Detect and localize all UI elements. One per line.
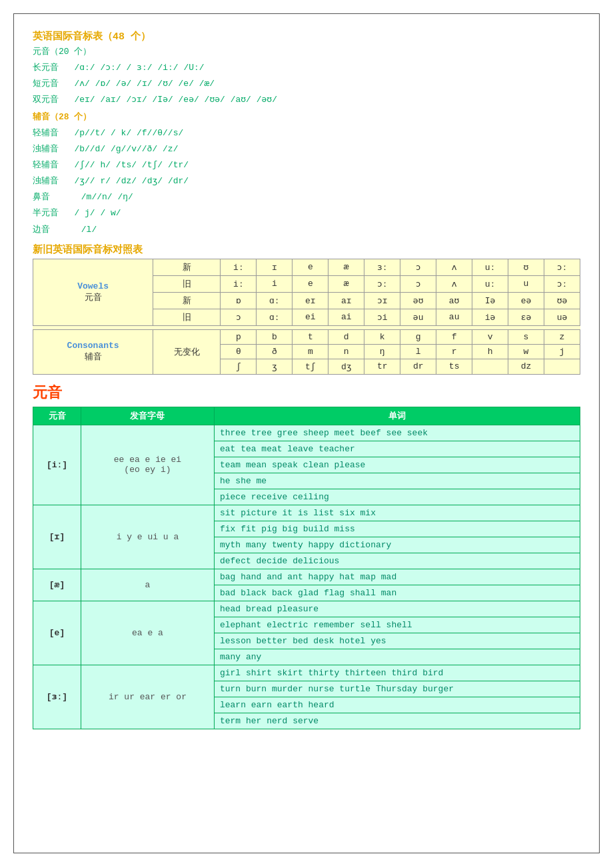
letters-cell: ir ur ear er or [81, 665, 215, 729]
short-vowels-values: /ʌ/ /ɒ/ /ə/ /ɪ/ /ʊ/ /e/ /æ/ [74, 79, 215, 89]
phoneme-cell: [iː] [33, 425, 81, 505]
long-vowels-label: 长元音 [33, 63, 59, 73]
letters-cell: i y e ui u a [81, 505, 215, 569]
table-row: [ɜː]ir ur ear er orgirl shirt skirt thir… [33, 665, 580, 681]
words-cell: learn earn earth heard [214, 697, 580, 713]
vowels-block: 元音（20 个） 长元音 /ɑː/ /ɔː/ / ɜː/ /iː/ /Uː/ 短… [33, 44, 580, 108]
light-unvoiced-2-values: /ʃ// h/ /ts/ /tʃ/ /tr/ [74, 160, 189, 170]
letters-cell: ee ea e ie ei (eo ey i) [81, 425, 215, 505]
comparison-table: Vowels元音 新 iː ɪ e æ ɜː ɔ ʌ uː ʊ ɔː 旧 iː … [33, 259, 580, 375]
letters-cell: ea e a [81, 601, 215, 665]
lateral-values: /l/ [81, 225, 97, 235]
words-cell: many any [214, 649, 580, 665]
phoneme-cell: [ɪ] [33, 505, 81, 569]
nasal-label: 鼻音 [33, 192, 50, 202]
table-row: [ɪ]i y e ui u asit picture it is list si… [33, 505, 580, 521]
phoneme-cell: [ɜː] [33, 665, 81, 729]
phonetics-header: 英语国际音标表（48 个） 元音（20 个） 长元音 /ɑː/ /ɔː/ / ɜ… [33, 30, 580, 238]
new-label-1: 新 [153, 259, 221, 275]
nasal-values: /m//n/ /ŋ/ [81, 192, 133, 202]
diphthongs-label: 双元音 [33, 95, 59, 105]
words-cell: term her nerd serve [214, 713, 580, 729]
diphthongs-values: /eɪ/ /aɪ/ /ɔɪ/ /Iə/ /eə/ /ʊə/ /aʊ/ /əʊ/ [74, 95, 277, 105]
phoneme-cell: [æ] [33, 569, 81, 601]
heavy-voiced-2-values: /ʒ// r/ /dz/ /dʒ/ /dr/ [74, 176, 189, 186]
words-cell: defect decide delicious [214, 553, 580, 569]
words-cell: turn burn murder nurse turtle Thursday b… [214, 681, 580, 697]
words-cell: bad black back glad flag shall man [214, 585, 580, 601]
vowel-row-new-1: Vowels元音 新 iː ɪ e æ ɜː ɔ ʌ uː ʊ ɔː [33, 259, 580, 275]
long-vowels-values: /ɑː/ /ɔː/ / ɜː/ /iː/ /Uː/ [74, 63, 204, 73]
heavy-voiced-2-label: 浊辅音 [33, 176, 59, 186]
heavy-voiced-1-label: 浊辅音 [33, 144, 59, 154]
words-cell: elephant electric remember sell shell [214, 617, 580, 633]
col-phoneme: 元音 [33, 407, 81, 425]
lateral-label: 边音 [33, 225, 50, 235]
words-cell: he she me [214, 473, 580, 489]
phoneme-cell: [e] [33, 601, 81, 665]
table-row: [e]ea e ahead bread pleasure [33, 601, 580, 617]
page-container: 英语国际音标表（48 个） 元音（20 个） 长元音 /ɑː/ /ɔː/ / ɜ… [13, 13, 600, 853]
col-words: 单词 [214, 407, 580, 425]
new-label-2: 新 [153, 292, 221, 309]
heavy-voiced-1-values: /b//d/ /g//v//ð/ /z/ [74, 144, 178, 154]
words-cell: three tree gree sheep meet beef see seek [214, 425, 580, 441]
main-title: 英语国际音标表（48 个） [33, 30, 580, 43]
words-cell: head bread pleasure [214, 601, 580, 617]
old-label-2: 旧 [153, 309, 221, 325]
words-cell: eat tea meat leave teacher [214, 441, 580, 457]
words-cell: fix fit pig big build miss [214, 521, 580, 537]
consonants-label: Consonants辅音 [33, 329, 153, 374]
words-cell: team mean speak clean please [214, 457, 580, 473]
col-letters: 发音字母 [81, 407, 215, 425]
consonants-header-label: 辅音（28 个） [33, 112, 91, 122]
words-cell: myth many twenty happy dictionary [214, 537, 580, 553]
comparison-title: 新旧英语国际音标对照表 [33, 243, 580, 256]
light-unvoiced-label: 轻辅音 [33, 128, 59, 138]
unchanged-label: 无变化 [153, 329, 221, 374]
words-cell: lesson better bed desk hotel yes [214, 633, 580, 649]
letters-cell: a [81, 569, 215, 601]
light-unvoiced-values: /p//t/ / k/ /f//θ//s/ [74, 128, 183, 138]
vowel-table-header-row: 元音 发音字母 单词 [33, 407, 580, 425]
old-label-1: 旧 [153, 275, 221, 292]
vowels-header-label: 元音（20 个） [33, 47, 91, 57]
table-row: [æ]abag hand and ant happy hat map mad [33, 569, 580, 585]
semi-vowel-label: 半元音 [33, 208, 59, 218]
consonants-block: 辅音（28 个） 轻辅音 /p//t/ / k/ /f//θ//s/ 浊辅音 /… [33, 109, 580, 237]
light-unvoiced-2-label: 轻辅音 [33, 160, 59, 170]
words-cell: piece receive ceiling [214, 489, 580, 505]
vowels-label: Vowels元音 [33, 259, 153, 325]
vowel-table: 元音 发音字母 单词 [iː]ee ea e ie ei (eo ey i)th… [33, 407, 580, 729]
short-vowels-label: 短元音 [33, 79, 59, 89]
words-cell: girl shirt skirt thirty thirteen third b… [214, 665, 580, 681]
consonant-row-1: Consonants辅音 无变化 p b t d k g f v s z [33, 329, 580, 344]
vowel-section-title: 元音 [33, 383, 580, 403]
words-cell: sit picture it is list six mix [214, 505, 580, 521]
words-cell: bag hand and ant happy hat map mad [214, 569, 580, 585]
semi-vowel-values: / j/ / w/ [74, 208, 121, 218]
table-row: [iː]ee ea e ie ei (eo ey i)three tree gr… [33, 425, 580, 441]
